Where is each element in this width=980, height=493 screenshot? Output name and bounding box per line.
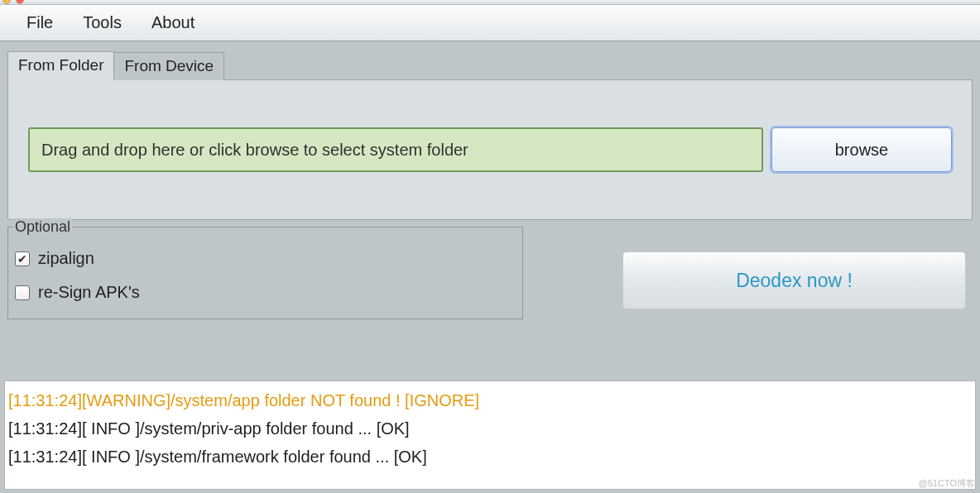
browse-button[interactable]: browse	[771, 127, 952, 172]
menu-about[interactable]: About	[137, 13, 209, 32]
tab-from-device[interactable]: From Device	[113, 52, 224, 80]
tab-strip: From Folder From Device	[7, 51, 973, 80]
checkbox-row-resign[interactable]: re-Sign APK's	[15, 283, 516, 302]
traffic-light-minimize-icon[interactable]	[2, 0, 11, 4]
optional-fieldset: Optional ✔ zipalign re-Sign APK's	[7, 227, 523, 319]
tab-panel-from-folder: Drag and drop here or click browse to se…	[7, 79, 973, 220]
menu-tools[interactable]: Tools	[68, 13, 137, 32]
menu-bar: File Tools About	[0, 5, 980, 41]
checkbox-label-zipalign: zipalign	[38, 249, 94, 268]
log-line: [11:31:24][ INFO ]/system/priv-app folde…	[8, 414, 972, 443]
checkbox-row-zipalign[interactable]: ✔ zipalign	[15, 249, 516, 268]
drop-zone[interactable]: Drag and drop here or click browse to se…	[28, 127, 763, 172]
deodex-button[interactable]: Deodex now !	[622, 251, 966, 309]
log-line: [11:31:24][ INFO ]/system/framework fold…	[8, 443, 972, 471]
traffic-light-close-icon[interactable]	[16, 0, 24, 4]
window-title-bar	[0, 0, 980, 5]
checkbox-zipalign[interactable]: ✔	[15, 251, 30, 266]
tab-from-folder[interactable]: From Folder	[7, 51, 114, 80]
watermark: @51CTO博客	[919, 477, 975, 490]
optional-legend: Optional	[13, 218, 72, 236]
log-panel: [11:31:24][WARNING]/system/app folder NO…	[4, 381, 976, 490]
checkbox-label-resign: re-Sign APK's	[38, 283, 140, 302]
log-line: [11:31:24][WARNING]/system/app folder NO…	[8, 386, 972, 414]
checkbox-resign[interactable]	[15, 285, 30, 300]
menu-file[interactable]: File	[12, 13, 68, 32]
